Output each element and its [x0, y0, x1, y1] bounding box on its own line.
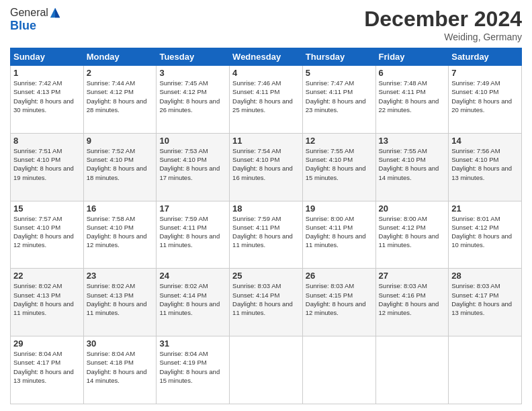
day-detail: Sunrise: 7:47 AM Sunset: 4:11 PM Dayligh…	[306, 79, 373, 114]
day-number: 20	[379, 203, 446, 214]
header: General Blue December 2024 Weiding, Germ…	[10, 7, 522, 42]
day-cell: 29 Sunrise: 8:04 AM Sunset: 4:17 PM Dayl…	[11, 336, 84, 404]
header-saturday: Saturday	[449, 48, 522, 66]
week-row-2: 15 Sunrise: 7:57 AM Sunset: 4:10 PM Dayl…	[11, 201, 522, 269]
day-detail: Sunrise: 7:45 AM Sunset: 4:12 PM Dayligh…	[159, 79, 226, 114]
day-detail: Sunrise: 8:02 AM Sunset: 4:13 PM Dayligh…	[87, 281, 154, 317]
title-section: December 2024 Weiding, Germany	[364, 7, 522, 42]
day-cell: 18 Sunrise: 7:59 AM Sunset: 4:11 PM Dayl…	[230, 201, 303, 269]
day-detail: Sunrise: 7:59 AM Sunset: 4:11 PM Dayligh…	[232, 214, 300, 250]
header-wednesday: Wednesday	[230, 48, 303, 66]
day-detail: Sunrise: 7:54 AM Sunset: 4:10 PM Dayligh…	[232, 146, 300, 182]
day-number: 19	[306, 203, 373, 214]
day-number: 27	[379, 271, 446, 281]
day-number: 31	[159, 338, 226, 349]
day-number: 29	[13, 338, 81, 349]
header-friday: Friday	[375, 48, 449, 66]
page: General Blue December 2024 Weiding, Germ…	[0, 0, 532, 411]
day-detail: Sunrise: 8:04 AM Sunset: 4:19 PM Dayligh…	[159, 349, 226, 385]
day-number: 24	[159, 271, 226, 281]
day-cell: 17 Sunrise: 7:59 AM Sunset: 4:11 PM Dayl…	[157, 201, 230, 269]
day-number: 4	[232, 68, 300, 78]
day-detail: Sunrise: 7:42 AM Sunset: 4:13 PM Dayligh…	[13, 79, 81, 114]
day-cell: 27 Sunrise: 8:03 AM Sunset: 4:16 PM Dayl…	[375, 269, 449, 336]
day-cell: 10 Sunrise: 7:53 AM Sunset: 4:10 PM Dayl…	[157, 133, 230, 201]
location: Weiding, Germany	[364, 32, 522, 42]
day-number: 2	[87, 68, 154, 78]
day-detail: Sunrise: 7:58 AM Sunset: 4:10 PM Dayligh…	[87, 214, 154, 250]
logo-blue-text: Blue	[10, 19, 36, 32]
day-cell: 4 Sunrise: 7:46 AM Sunset: 4:11 PM Dayli…	[230, 66, 303, 134]
logo-general-text: General	[10, 7, 48, 19]
day-detail: Sunrise: 8:04 AM Sunset: 4:18 PM Dayligh…	[87, 349, 154, 385]
day-number: 15	[13, 203, 81, 214]
day-detail: Sunrise: 7:49 AM Sunset: 4:10 PM Dayligh…	[451, 79, 519, 114]
logo: General Blue	[10, 7, 61, 33]
day-number: 23	[87, 271, 154, 281]
day-detail: Sunrise: 7:53 AM Sunset: 4:10 PM Dayligh…	[159, 146, 226, 182]
day-detail: Sunrise: 7:46 AM Sunset: 4:11 PM Dayligh…	[232, 79, 300, 114]
day-cell: 8 Sunrise: 7:51 AM Sunset: 4:10 PM Dayli…	[11, 133, 84, 201]
day-cell: 24 Sunrise: 8:02 AM Sunset: 4:14 PM Dayl…	[157, 269, 230, 336]
day-number: 30	[87, 338, 154, 349]
day-detail: Sunrise: 8:03 AM Sunset: 4:14 PM Dayligh…	[232, 281, 300, 317]
day-cell: 11 Sunrise: 7:54 AM Sunset: 4:10 PM Dayl…	[230, 133, 303, 201]
day-detail: Sunrise: 8:03 AM Sunset: 4:16 PM Dayligh…	[379, 281, 446, 317]
weekday-header-row: Sunday Monday Tuesday Wednesday Thursday…	[11, 48, 522, 66]
day-number: 22	[13, 271, 81, 281]
day-cell	[449, 336, 522, 404]
day-detail: Sunrise: 8:02 AM Sunset: 4:14 PM Dayligh…	[159, 281, 226, 317]
day-cell	[375, 336, 449, 404]
week-row-1: 8 Sunrise: 7:51 AM Sunset: 4:10 PM Dayli…	[11, 133, 522, 201]
day-number: 8	[13, 136, 81, 146]
day-detail: Sunrise: 7:57 AM Sunset: 4:10 PM Dayligh…	[13, 214, 81, 250]
day-number: 10	[159, 136, 226, 146]
day-cell: 22 Sunrise: 8:02 AM Sunset: 4:13 PM Dayl…	[11, 269, 84, 336]
day-cell: 12 Sunrise: 7:55 AM Sunset: 4:10 PM Dayl…	[302, 133, 375, 201]
week-row-3: 22 Sunrise: 8:02 AM Sunset: 4:13 PM Dayl…	[11, 269, 522, 336]
day-detail: Sunrise: 7:48 AM Sunset: 4:11 PM Dayligh…	[379, 79, 446, 114]
day-number: 25	[232, 271, 300, 281]
day-number: 3	[159, 68, 226, 78]
day-cell: 9 Sunrise: 7:52 AM Sunset: 4:10 PM Dayli…	[83, 133, 157, 201]
day-number: 17	[159, 203, 226, 214]
day-detail: Sunrise: 8:03 AM Sunset: 4:17 PM Dayligh…	[451, 281, 519, 317]
day-number: 21	[451, 203, 519, 214]
day-number: 9	[87, 136, 154, 146]
day-cell: 13 Sunrise: 7:55 AM Sunset: 4:10 PM Dayl…	[375, 133, 449, 201]
day-cell	[302, 336, 375, 404]
day-number: 6	[379, 68, 446, 78]
day-number: 18	[232, 203, 300, 214]
day-cell: 19 Sunrise: 8:00 AM Sunset: 4:11 PM Dayl…	[302, 201, 375, 269]
day-detail: Sunrise: 8:01 AM Sunset: 4:12 PM Dayligh…	[451, 214, 519, 250]
day-cell: 23 Sunrise: 8:02 AM Sunset: 4:13 PM Dayl…	[83, 269, 157, 336]
header-tuesday: Tuesday	[157, 48, 230, 66]
day-number: 26	[306, 271, 373, 281]
day-detail: Sunrise: 7:44 AM Sunset: 4:12 PM Dayligh…	[87, 79, 154, 114]
month-title: December 2024	[364, 7, 522, 32]
day-number: 12	[306, 136, 373, 146]
day-detail: Sunrise: 7:56 AM Sunset: 4:10 PM Dayligh…	[451, 146, 519, 182]
day-cell: 15 Sunrise: 7:57 AM Sunset: 4:10 PM Dayl…	[11, 201, 84, 269]
svg-marker-1	[55, 8, 60, 17]
calendar-table: Sunday Monday Tuesday Wednesday Thursday…	[10, 48, 522, 404]
day-cell: 7 Sunrise: 7:49 AM Sunset: 4:10 PM Dayli…	[449, 66, 522, 134]
day-number: 1	[13, 68, 81, 78]
header-sunday: Sunday	[11, 48, 84, 66]
day-cell: 26 Sunrise: 8:03 AM Sunset: 4:15 PM Dayl…	[302, 269, 375, 336]
day-detail: Sunrise: 7:51 AM Sunset: 4:10 PM Dayligh…	[13, 146, 81, 182]
header-thursday: Thursday	[302, 48, 375, 66]
day-detail: Sunrise: 7:59 AM Sunset: 4:11 PM Dayligh…	[159, 214, 226, 250]
day-number: 14	[451, 136, 519, 146]
day-detail: Sunrise: 8:03 AM Sunset: 4:15 PM Dayligh…	[306, 281, 373, 317]
day-cell: 25 Sunrise: 8:03 AM Sunset: 4:14 PM Dayl…	[230, 269, 303, 336]
day-cell: 28 Sunrise: 8:03 AM Sunset: 4:17 PM Dayl…	[449, 269, 522, 336]
day-cell: 2 Sunrise: 7:44 AM Sunset: 4:12 PM Dayli…	[83, 66, 157, 134]
day-detail: Sunrise: 7:52 AM Sunset: 4:10 PM Dayligh…	[87, 146, 154, 182]
day-cell: 14 Sunrise: 7:56 AM Sunset: 4:10 PM Dayl…	[449, 133, 522, 201]
day-cell: 3 Sunrise: 7:45 AM Sunset: 4:12 PM Dayli…	[157, 66, 230, 134]
day-cell: 30 Sunrise: 8:04 AM Sunset: 4:18 PM Dayl…	[83, 336, 157, 404]
header-monday: Monday	[83, 48, 157, 66]
day-detail: Sunrise: 8:00 AM Sunset: 4:12 PM Dayligh…	[379, 214, 446, 250]
day-cell: 6 Sunrise: 7:48 AM Sunset: 4:11 PM Dayli…	[375, 66, 449, 134]
